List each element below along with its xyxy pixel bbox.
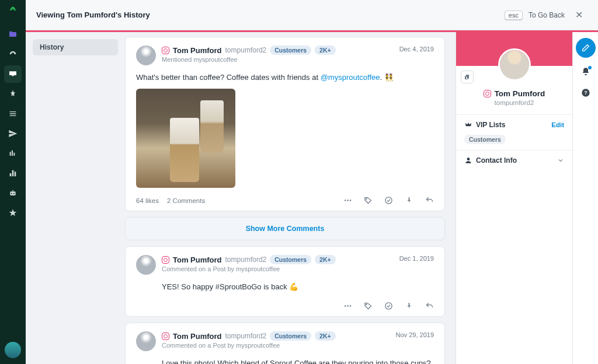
nav-inbox-icon[interactable] <box>4 65 22 83</box>
nav-reviews-icon[interactable] <box>4 204 22 222</box>
sprout-logo-icon <box>8 6 18 18</box>
svg-point-9 <box>347 306 349 307</box>
user-avatar[interactable] <box>5 342 21 358</box>
page-title: Viewing Tom Pumford's History <box>36 10 150 19</box>
svg-point-3 <box>345 200 346 201</box>
author-name[interactable]: Tom Pumford <box>173 46 222 55</box>
person-icon <box>464 156 472 164</box>
author-name[interactable]: Tom Pumford <box>173 256 222 264</box>
tag-icon[interactable] <box>364 196 373 205</box>
avatar <box>136 255 156 275</box>
profile-name: Tom Pumford <box>495 89 545 98</box>
contact-section-toggle[interactable]: Contact Info <box>464 156 564 164</box>
left-nav-rail <box>0 0 26 364</box>
card-actions <box>343 196 434 205</box>
activity-subtext: Commented on a Post by mysproutcoffee <box>162 342 390 349</box>
post-body: YES! So happy #SproutBoGo is back 💪 <box>136 282 434 292</box>
tab-history[interactable]: History <box>33 39 118 55</box>
profile-handle: tompumford2 <box>456 99 572 106</box>
more-icon[interactable] <box>343 196 352 205</box>
avatar <box>136 331 156 351</box>
activity-date: Dec 4, 2019 <box>399 46 434 52</box>
post-image[interactable] <box>136 89 235 188</box>
mention-link[interactable]: @mysproutcoffee <box>321 73 380 82</box>
close-icon[interactable]: ✕ <box>571 7 587 23</box>
svg-point-8 <box>345 306 346 307</box>
esc-key-hint: esc <box>505 10 523 20</box>
help-icon[interactable]: ? <box>581 88 590 100</box>
post-body: What's better than coffee? Coffee dates … <box>136 72 434 83</box>
svg-text:?: ? <box>584 90 587 96</box>
pin-icon[interactable] <box>405 196 413 205</box>
edit-vip-link[interactable]: Edit <box>551 121 564 128</box>
nav-feed-icon[interactable] <box>4 105 22 123</box>
tag-icon[interactable] <box>364 302 373 310</box>
svg-point-7 <box>385 197 392 204</box>
svg-point-12 <box>385 303 392 309</box>
author-handle: tompumford2 <box>225 46 267 54</box>
contact-section-title: Contact Info <box>476 156 517 164</box>
avatar <box>136 46 156 65</box>
nav-analytics-icon[interactable] <box>4 145 22 162</box>
activity-date: Nov 29, 2019 <box>396 331 434 338</box>
svg-point-5 <box>350 200 352 201</box>
copy-icon[interactable] <box>461 71 474 83</box>
modal-header: Viewing Tom Pumford's History esc To Go … <box>26 0 598 30</box>
card-actions <box>343 302 434 310</box>
svg-point-1 <box>11 193 12 194</box>
svg-point-13 <box>467 158 470 160</box>
tag-pill[interactable]: Customers <box>270 46 311 55</box>
profile-avatar <box>498 48 531 81</box>
activity-subtext: Mentioned mysproutcoffee <box>162 56 394 63</box>
utility-rail: ? <box>572 32 598 364</box>
activity-card: Tom Pumford tompumford2 Customers 2K+ Me… <box>125 37 445 211</box>
more-icon[interactable] <box>343 302 352 310</box>
profile-panel: Tom Pumford tompumford2 VIP Lists Edit C… <box>456 32 572 364</box>
followers-pill: 2K+ <box>315 46 336 55</box>
author-handle: tompumford2 <box>225 332 267 340</box>
reply-icon[interactable] <box>425 302 434 310</box>
profile-hero <box>456 32 572 66</box>
vip-tag[interactable]: Customers <box>464 135 506 144</box>
activity-feed: Tom Pumford tompumford2 Customers 2K+ Me… <box>125 32 456 364</box>
svg-point-2 <box>13 193 15 194</box>
compose-button[interactable] <box>576 38 596 58</box>
left-subnav: History <box>26 32 125 364</box>
post-body: Love this photo! Which blend of Sprout C… <box>136 358 434 364</box>
nav-bot-icon[interactable] <box>4 184 22 202</box>
svg-point-4 <box>347 200 349 201</box>
svg-point-6 <box>366 199 367 200</box>
activity-subtext: Commented on a Post by mysproutcoffee <box>162 265 394 272</box>
tag-pill[interactable]: Customers <box>270 255 311 264</box>
tag-pill[interactable]: Customers <box>270 331 311 341</box>
chevron-down-icon <box>557 157 564 164</box>
instagram-icon <box>162 332 169 340</box>
vip-icon <box>464 121 472 129</box>
nav-folder-icon[interactable] <box>4 26 22 43</box>
likes-count[interactable]: 64 likes <box>136 197 159 204</box>
svg-point-11 <box>366 304 367 305</box>
nav-pin-icon[interactable] <box>4 85 22 103</box>
author-name[interactable]: Tom Pumford <box>173 332 222 341</box>
svg-rect-0 <box>10 191 15 195</box>
show-more-button[interactable]: Show More Comments <box>125 217 445 240</box>
reply-icon[interactable] <box>425 196 434 205</box>
followers-pill: 2K+ <box>315 255 336 264</box>
nav-reports-icon[interactable] <box>4 164 22 182</box>
activity-card: Tom Pumford tompumford2 Customers 2K+ Co… <box>125 323 445 364</box>
author-handle: tompumford2 <box>225 256 267 264</box>
nav-publish-icon[interactable] <box>4 125 22 142</box>
notifications-icon[interactable] <box>581 67 590 79</box>
instagram-icon <box>162 47 169 54</box>
followers-pill: 2K+ <box>315 331 336 341</box>
complete-icon[interactable] <box>384 302 393 310</box>
comments-count[interactable]: 2 Comments <box>167 197 205 204</box>
pin-icon[interactable] <box>405 302 413 310</box>
nav-dashboard-icon[interactable] <box>4 46 22 63</box>
activity-date: Dec 1, 2019 <box>399 255 434 262</box>
notification-dot <box>588 66 592 69</box>
activity-card: Tom Pumford tompumford2 Customers 2K+ Co… <box>125 246 445 317</box>
svg-point-10 <box>350 306 352 307</box>
complete-icon[interactable] <box>384 196 393 205</box>
instagram-icon <box>484 90 491 97</box>
